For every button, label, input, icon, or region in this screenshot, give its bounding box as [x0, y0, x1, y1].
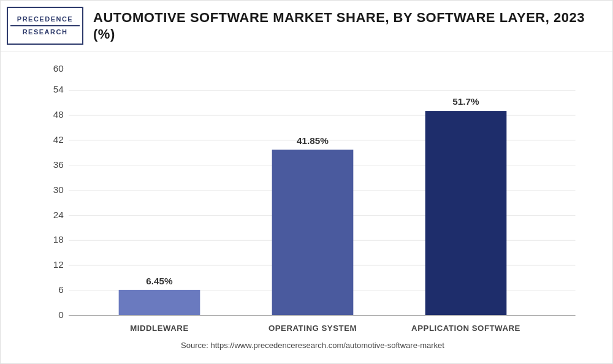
- logo-divider: [10, 25, 80, 26]
- bar-chart: 0 6 12 18 24 30 36 42 48 54 60 6.45% MID…: [37, 64, 588, 336]
- bar-operating-system: [272, 150, 354, 315]
- svg-text:18: 18: [53, 234, 64, 245]
- svg-text:48: 48: [53, 109, 64, 119]
- chart-title: AUTOMOTIVE SOFTWARE MARKET SHARE, BY SOF…: [93, 9, 600, 43]
- svg-text:42: 42: [53, 134, 64, 145]
- source-text: Source: https://www.precedenceresearch.c…: [37, 336, 588, 357]
- bar-application-software: [425, 111, 507, 316]
- svg-text:54: 54: [53, 85, 64, 95]
- chart-area: 0 6 12 18 24 30 36 42 48 54 60 6.45% MID…: [1, 51, 612, 363]
- x-label-application-software: APPLICATION SOFTWARE: [411, 324, 520, 333]
- svg-text:6: 6: [58, 284, 64, 295]
- logo: PRECEDENCE RESEARCH: [7, 7, 83, 45]
- bar-label-middleware: 6.45%: [146, 276, 173, 286]
- svg-text:36: 36: [53, 159, 64, 170]
- svg-text:24: 24: [53, 210, 64, 220]
- logo-text-precedence: PRECEDENCE: [17, 15, 73, 23]
- svg-text:30: 30: [53, 184, 64, 195]
- bar-label-application-software: 51.7%: [452, 96, 479, 107]
- bar-label-operating-system: 41.85%: [297, 135, 329, 146]
- bar-middleware: [119, 290, 200, 316]
- header: PRECEDENCE RESEARCH AUTOMOTIVE SOFTWARE …: [1, 1, 612, 51]
- main-container: PRECEDENCE RESEARCH AUTOMOTIVE SOFTWARE …: [0, 0, 613, 364]
- chart-wrapper: 0 6 12 18 24 30 36 42 48 54 60 6.45% MID…: [37, 64, 588, 336]
- x-label-middleware: MIDDLEWARE: [130, 324, 189, 333]
- svg-text:0: 0: [58, 309, 64, 320]
- svg-text:12: 12: [53, 259, 64, 270]
- x-label-operating-system: OPERATING SYSTEM: [268, 324, 357, 333]
- logo-text-research: RESEARCH: [23, 28, 68, 36]
- svg-text:60: 60: [53, 64, 64, 74]
